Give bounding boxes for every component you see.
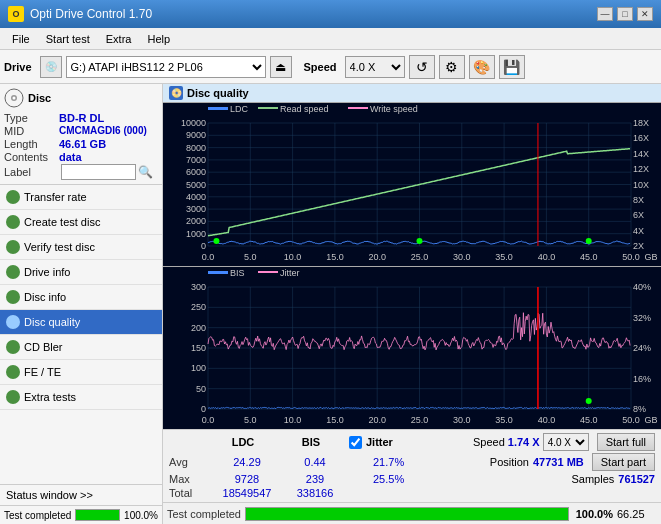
close-button[interactable]: ✕	[637, 7, 653, 21]
speed-select2[interactable]: 4.0 X 2.0 X 8.0 X	[543, 433, 589, 451]
main-layout: Disc Type BD-R DL MID CMCMAGDI6 (000) Le…	[0, 84, 661, 524]
disc-type-row: Type BD-R DL	[4, 112, 158, 124]
app-icon: O	[8, 6, 24, 22]
create-test-disc-icon	[6, 215, 20, 229]
jitter-checkbox[interactable]	[349, 436, 362, 449]
ldc-total: 18549547	[223, 487, 272, 499]
stats-total-row: Total 18549547 338166	[169, 487, 655, 499]
minimize-button[interactable]: —	[597, 7, 613, 21]
disc-info-label: Disc info	[24, 291, 66, 303]
sidebar-item-cd-bler[interactable]: CD Bler	[0, 335, 162, 360]
speed-value: 1.74 X	[508, 436, 540, 448]
verify-test-disc-icon	[6, 240, 20, 254]
contents-value: data	[59, 151, 82, 163]
speed-label: Speed	[304, 61, 337, 73]
transfer-rate-icon	[6, 190, 20, 204]
start-full-button[interactable]: Start full	[597, 433, 655, 451]
charts-container	[163, 103, 661, 429]
sidebar-item-transfer-rate[interactable]: Transfer rate	[0, 185, 162, 210]
titlebar: O Opti Drive Control 1.70 — □ ✕	[0, 0, 661, 28]
sidebar: Disc Type BD-R DL MID CMCMAGDI6 (000) Le…	[0, 84, 163, 524]
transfer-rate-label: Transfer rate	[24, 191, 87, 203]
save-button[interactable]: 💾	[499, 55, 525, 79]
speed-section: Speed 1.74 X 4.0 X 2.0 X 8.0 X	[473, 433, 589, 451]
sidebar-item-extra-tests[interactable]: Extra tests	[0, 385, 162, 410]
menu-file[interactable]: File	[4, 31, 38, 47]
sidebar-item-disc-quality[interactable]: Disc quality	[0, 310, 162, 335]
jitter-max: 25.5%	[373, 473, 404, 485]
disc-panel: Disc Type BD-R DL MID CMCMAGDI6 (000) Le…	[0, 84, 162, 185]
sidebar-item-fe-te[interactable]: FE / TE	[0, 360, 162, 385]
bis-max: 239	[306, 473, 324, 485]
mid-value: CMCMAGDI6 (000)	[59, 125, 147, 137]
ldc-max-col: 9728	[217, 473, 277, 485]
speed-select[interactable]: 4.0 X 1.0 X 2.0 X 8.0 X	[345, 56, 405, 78]
stats-avg-row: Avg 24.29 0.44 21.7% Position 47731 MB S…	[169, 453, 655, 471]
full-progress-bar	[246, 508, 568, 520]
sidebar-item-disc-info[interactable]: Disc info	[0, 285, 162, 310]
color-button[interactable]: 🎨	[469, 55, 495, 79]
drive-select[interactable]: G:) ATAPI iHBS112 2 PL06	[66, 56, 266, 78]
contents-label: Contents	[4, 151, 59, 163]
refresh-button[interactable]: ↺	[409, 55, 435, 79]
sidebar-progress-container	[75, 509, 120, 521]
ldc-header: LDC	[232, 436, 255, 448]
stats-header-row: LDC BIS Jitter Speed 1.74 X 4.0 X 2.0 X	[169, 433, 655, 451]
svg-point-2	[13, 97, 16, 100]
eject-button[interactable]: ⏏	[270, 56, 292, 78]
sidebar-main: Disc Type BD-R DL MID CMCMAGDI6 (000) Le…	[0, 84, 162, 524]
chart2-canvas	[163, 267, 661, 429]
disc-mid-row: MID CMCMAGDI6 (000)	[4, 125, 158, 137]
disc-section-title: Disc	[28, 92, 51, 104]
content-area: 📀 Disc quality LDC BIS	[163, 84, 661, 524]
type-value: BD-R DL	[59, 112, 104, 124]
menu-extra[interactable]: Extra	[98, 31, 140, 47]
length-label: Length	[4, 138, 59, 150]
chart2-area	[163, 267, 661, 429]
window-title: Opti Drive Control 1.70	[30, 7, 597, 21]
status-window-label: Status window >>	[6, 489, 93, 501]
bis-avg: 0.44	[304, 456, 325, 468]
status-window-button[interactable]: Status window >>	[0, 484, 162, 505]
sidebar-item-verify-test-disc[interactable]: Verify test disc	[0, 235, 162, 260]
label-label: Label	[4, 166, 59, 178]
samples-section: Samples 761527	[571, 473, 655, 485]
sidebar-item-create-test-disc[interactable]: Create test disc	[0, 210, 162, 235]
label-browse-icon[interactable]: 🔍	[138, 165, 153, 179]
fe-te-icon	[6, 365, 20, 379]
sidebar-item-drive-info[interactable]: Drive info	[0, 260, 162, 285]
disc-info-icon	[6, 290, 20, 304]
progress-pct: 100.0%	[573, 508, 613, 520]
length-value: 46.61 GB	[59, 138, 106, 150]
menu-start-test[interactable]: Start test	[38, 31, 98, 47]
extra-tests-label: Extra tests	[24, 391, 76, 403]
mid-label: MID	[4, 125, 59, 137]
sidebar-progress-pct: 100.0%	[124, 510, 158, 521]
disc-quality-icon	[6, 315, 20, 329]
disc-quality-title: Disc quality	[187, 87, 249, 99]
status-text: Test completed	[167, 508, 241, 520]
menu-help[interactable]: Help	[139, 31, 178, 47]
start-part-button[interactable]: Start part	[592, 453, 655, 471]
bis-header: BIS	[302, 436, 320, 448]
ldc-header-col: LDC	[213, 436, 273, 448]
avg-label: Avg	[169, 456, 209, 468]
samples-row: Samples 761527	[571, 473, 655, 485]
nav-items: Transfer rate Create test disc Verify te…	[0, 185, 162, 484]
stats-panel: LDC BIS Jitter Speed 1.74 X 4.0 X 2.0 X	[163, 429, 661, 502]
maximize-button[interactable]: □	[617, 7, 633, 21]
toolbar: Drive 💿 G:) ATAPI iHBS112 2 PL06 ⏏ Speed…	[0, 50, 661, 84]
settings-button[interactable]: ⚙	[439, 55, 465, 79]
chart1-area	[163, 103, 661, 267]
disc-contents-row: Contents data	[4, 151, 158, 163]
speed-row: Speed 1.74 X 4.0 X 2.0 X 8.0 X	[473, 433, 589, 451]
jitter-avg-section: 21.7%	[353, 456, 482, 468]
drive-info-icon	[6, 265, 20, 279]
samples-value: 761527	[618, 473, 655, 485]
window-controls: — □ ✕	[597, 7, 653, 21]
total-label: Total	[169, 487, 209, 499]
label-input[interactable]	[61, 164, 136, 180]
fe-te-label: FE / TE	[24, 366, 61, 378]
position-label: Position	[490, 456, 529, 468]
sidebar-status-text: Test completed	[4, 510, 71, 521]
